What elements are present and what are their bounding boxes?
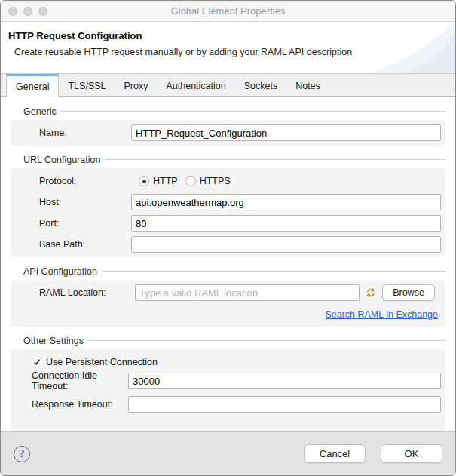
section-generic-header: Generic	[23, 106, 445, 116]
name-label: Name:	[39, 127, 131, 138]
page-title: HTTP Request Configuration	[8, 30, 455, 41]
name-field-row: Name:	[15, 124, 441, 141]
section-other-header: Other Settings	[23, 336, 445, 345]
name-input[interactable]	[131, 124, 441, 141]
response-timeout-input[interactable]	[128, 396, 441, 413]
window-title: Global Element Properties	[171, 5, 286, 17]
search-raml-exchange-link[interactable]: Search RAML in Exchange	[325, 309, 438, 320]
raml-location-input[interactable]	[135, 284, 360, 301]
base-path-label: Base Path:	[39, 239, 131, 250]
section-api-title: API Configuration	[23, 266, 102, 277]
page-subtitle: Create reusable HTTP request manually or…	[14, 47, 455, 57]
idle-timeout-row: Connection Idle Timeout:	[15, 370, 441, 392]
title-bar: Global Element Properties	[1, 1, 455, 22]
base-path-input[interactable]	[131, 236, 441, 253]
tab-tls-ssl[interactable]: TLS/SSL	[59, 74, 115, 96]
response-timeout-label: Response Timeout:	[32, 399, 128, 410]
tab-general[interactable]: General	[6, 74, 59, 97]
persistent-connection-label: Use Persistent Connection	[46, 357, 158, 367]
cancel-button[interactable]: Cancel	[304, 444, 366, 463]
protocol-label: Protocol:	[39, 176, 131, 186]
protocol-option-https[interactable]: HTTPS	[185, 176, 231, 186]
host-field-row: Host:	[15, 194, 441, 210]
section-url-title: URL Configuration	[23, 155, 105, 165]
section-api-header: API Configuration	[23, 266, 445, 276]
window-controls	[8, 7, 47, 16]
https-radio-button[interactable]	[185, 176, 196, 186]
section-divider	[88, 340, 445, 341]
section-other-panel: Use Persistent Connection Connection Idl…	[11, 349, 445, 431]
section-divider	[61, 111, 445, 112]
section-api-panel: RAML Location: Browse Search RAML in Exc…	[11, 280, 445, 327]
header-banner: HTTP Request Configuration Create reusab…	[1, 22, 455, 74]
port-label: Port:	[39, 218, 131, 229]
section-divider	[102, 271, 445, 272]
persistent-connection-checkbox[interactable]	[32, 358, 41, 367]
exchange-link-row: Search RAML in Exchange	[15, 301, 441, 322]
section-generic-panel: Name:	[11, 120, 445, 146]
close-button[interactable]	[8, 7, 17, 16]
section-generic-title: Generic	[23, 106, 61, 117]
http-radio-label: HTTP	[153, 176, 178, 186]
protocol-radio-group: HTTP HTTPS	[131, 176, 441, 186]
refresh-raml-icon[interactable]	[363, 285, 378, 300]
tab-proxy[interactable]: Proxy	[115, 74, 158, 96]
host-label: Host:	[39, 197, 131, 207]
raml-location-row: RAML Location: Browse	[15, 284, 441, 301]
idle-timeout-input[interactable]	[128, 373, 441, 389]
http-radio-button[interactable]	[139, 176, 149, 186]
tab-sockets[interactable]: Sockets	[235, 74, 286, 96]
browse-button[interactable]: Browse	[382, 284, 435, 301]
dialog-footer: ? Cancel OK	[1, 431, 455, 475]
base-path-field-row: Base Path:	[15, 236, 441, 253]
port-input[interactable]	[131, 215, 441, 232]
section-url-panel: Protocol: HTTP HTTPS Host: Port:	[11, 168, 445, 257]
raml-location-label: RAML Location:	[39, 287, 131, 298]
question-icon: ?	[20, 448, 25, 460]
minimize-button[interactable]	[23, 7, 32, 16]
host-input[interactable]	[131, 194, 441, 210]
general-tab-content: Generic Name: URL Configuration Protocol…	[1, 97, 455, 431]
protocol-field-row: Protocol: HTTP HTTPS	[15, 173, 441, 189]
global-element-properties-dialog: Global Element Properties HTTP Request C…	[0, 0, 456, 476]
response-timeout-row: Response Timeout:	[15, 396, 441, 413]
help-button[interactable]: ?	[14, 446, 30, 462]
ok-button[interactable]: OK	[381, 444, 442, 463]
persistent-connection-row: Use Persistent Connection	[15, 354, 441, 370]
tab-authentication[interactable]: Authentication	[157, 74, 234, 96]
protocol-option-http[interactable]: HTTP	[139, 176, 178, 186]
idle-timeout-label: Connection Idle Timeout:	[32, 370, 128, 392]
section-url-header: URL Configuration	[23, 155, 445, 164]
section-other-title: Other Settings	[23, 336, 88, 346]
port-field-row: Port:	[15, 215, 441, 232]
tab-notes[interactable]: Notes	[286, 74, 329, 96]
https-radio-label: HTTPS	[200, 176, 231, 186]
zoom-button[interactable]	[38, 7, 47, 16]
section-divider	[105, 159, 445, 160]
tab-bar: General TLS/SSL Proxy Authentication Soc…	[1, 74, 455, 97]
check-icon	[33, 358, 41, 366]
